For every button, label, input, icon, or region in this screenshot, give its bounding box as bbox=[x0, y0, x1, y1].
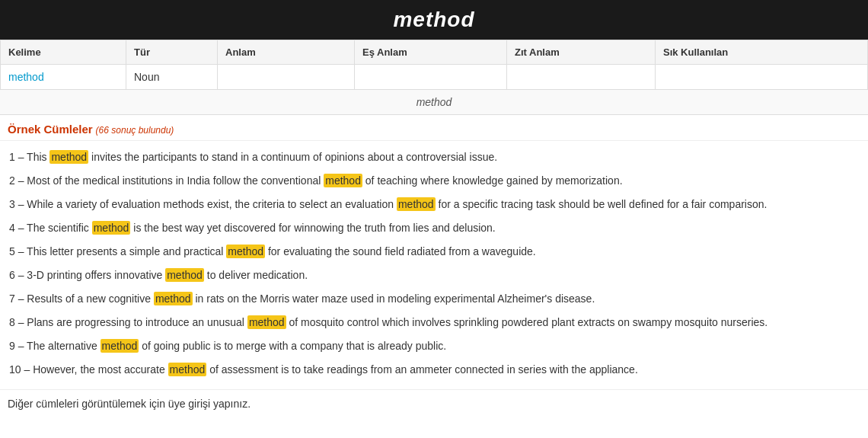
col-header-anlam: Anlam bbox=[218, 40, 355, 65]
sentence-item: 2 – Most of the medical institutions in … bbox=[8, 169, 860, 193]
word-sik-cell bbox=[656, 65, 868, 90]
word-subtitle: method bbox=[0, 90, 868, 115]
footer-note: Diğer cümleleri görüntülemek için üye gi… bbox=[0, 389, 868, 416]
word-link[interactable]: method bbox=[8, 71, 44, 83]
sentence-item: 8 – Plans are progressing to introduce a… bbox=[8, 311, 860, 334]
sentence-keyword: method bbox=[324, 174, 362, 187]
sentence-keyword: method bbox=[49, 150, 88, 164]
page-title: method bbox=[393, 8, 474, 31]
sentence-keyword: method bbox=[101, 339, 139, 353]
word-esanlam-cell bbox=[355, 65, 507, 90]
word-anlam-cell bbox=[218, 65, 355, 90]
sentence-keyword: method bbox=[92, 221, 131, 235]
sentence-keyword: method bbox=[168, 363, 207, 376]
sentence-item: 3 – While a variety of evaluation method… bbox=[8, 193, 860, 216]
word-cell[interactable]: method bbox=[1, 65, 126, 90]
word-type-cell: Noun bbox=[126, 65, 218, 90]
col-header-tur: Tür bbox=[126, 40, 218, 65]
word-zitanlam-cell bbox=[507, 65, 656, 90]
sentence-item: 9 – The alternative method of going publ… bbox=[8, 334, 860, 358]
sentence-item: 5 – This letter presents a simple and pr… bbox=[8, 240, 860, 264]
sentence-keyword: method bbox=[226, 245, 265, 258]
col-header-esanlam: Eş Anlam bbox=[355, 40, 507, 65]
col-header-zitanlam: Zıt Anlam bbox=[507, 40, 656, 65]
sentence-item: 6 – 3-D printing offers innovative metho… bbox=[8, 264, 860, 287]
col-header-sik: Sık Kullanılan bbox=[656, 40, 868, 65]
sentence-item: 1 – This method invites the participants… bbox=[8, 145, 860, 169]
sentence-item: 7 – Results of a new cognitive method in… bbox=[8, 287, 860, 311]
examples-section-header: Örnek Cümleler (66 sonuç bulundu) bbox=[0, 115, 868, 141]
sentence-keyword: method bbox=[397, 197, 436, 211]
sentence-keyword: method bbox=[165, 268, 204, 282]
examples-count: (66 sonuç bulundu) bbox=[96, 125, 174, 136]
sentence-keyword: method bbox=[154, 292, 193, 305]
page-header: method bbox=[0, 0, 868, 40]
col-header-kelime: Kelime bbox=[1, 40, 126, 65]
sentence-item: 10 – However, the most accurate method o… bbox=[8, 358, 860, 382]
sentence-item: 4 – The scientific method is the best wa… bbox=[8, 216, 860, 240]
sentences-list: 1 – This method invites the participants… bbox=[0, 141, 868, 386]
word-table: Kelime Tür Anlam Eş Anlam Zıt Anlam Sık … bbox=[0, 40, 868, 90]
examples-title: Örnek Cümleler bbox=[8, 123, 93, 136]
sentence-keyword: method bbox=[247, 315, 286, 329]
